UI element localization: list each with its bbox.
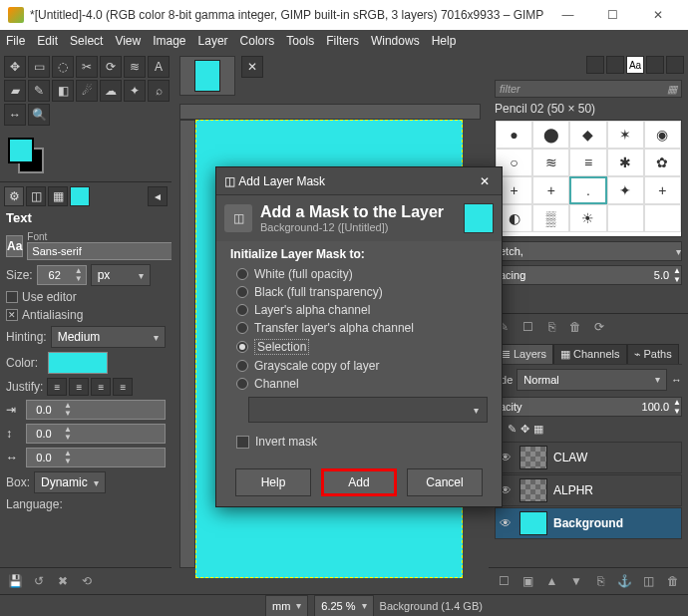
- box-select[interactable]: Dynamic▾: [34, 471, 106, 493]
- brush-dup-icon[interactable]: ⎘: [542, 318, 560, 336]
- help-button[interactable]: Help: [235, 468, 311, 496]
- fg-bg-colors[interactable]: [4, 134, 54, 173]
- tab-paths[interactable]: ⌁ Paths: [627, 344, 679, 364]
- radio-black[interactable]: Black (full transparency): [230, 283, 488, 301]
- brush-refresh-icon[interactable]: ⟳: [590, 318, 608, 336]
- layer-merge-icon[interactable]: ⚓: [615, 572, 633, 590]
- layer-row[interactable]: 👁CLAW: [495, 442, 682, 473]
- dock-tab-color[interactable]: [70, 186, 90, 206]
- brush-new-icon[interactable]: ☐: [518, 318, 536, 336]
- layer-delete-icon[interactable]: 🗑: [664, 572, 682, 590]
- tool-options-reset-icon[interactable]: ⟲: [78, 572, 96, 590]
- tab-layers[interactable]: ≣ Layers: [495, 344, 553, 364]
- brush-grid[interactable]: ●⬤◆✶◉ ○≋≡✱✿ ++.✦+ ◐▒☀: [495, 120, 682, 237]
- radio-white[interactable]: White (full opacity): [230, 265, 488, 283]
- tool-pencil[interactable]: ✎: [28, 80, 50, 102]
- indent-spinner[interactable]: ▲▼: [26, 400, 166, 420]
- menu-image[interactable]: Image: [153, 34, 185, 48]
- tool-picker[interactable]: ⌕: [148, 80, 170, 102]
- radio-transfer-alpha[interactable]: Transfer layer's alpha channel: [230, 319, 488, 337]
- menu-file[interactable]: File: [6, 34, 25, 48]
- dock-pattern-icon[interactable]: [606, 56, 624, 74]
- use-editor-checkbox[interactable]: Use editor: [0, 288, 172, 306]
- layer-row[interactable]: 👁ALPHR: [495, 474, 682, 506]
- tab-channels[interactable]: ▦ Channels: [553, 344, 626, 364]
- layer-up-icon[interactable]: ▲: [543, 572, 561, 590]
- menu-edit[interactable]: Edit: [37, 34, 58, 48]
- radio-selection[interactable]: Selection: [230, 337, 488, 357]
- ruler-horizontal[interactable]: [179, 104, 481, 120]
- stretch-slider[interactable]: etch,▾: [495, 241, 682, 261]
- tool-text[interactable]: A: [148, 56, 170, 78]
- invert-mask-checkbox[interactable]: Invert mask: [230, 431, 488, 453]
- font-preview-badge[interactable]: Aa: [6, 235, 23, 257]
- layer-dup-icon[interactable]: ⎘: [591, 572, 609, 590]
- tool-free-select[interactable]: ◌: [52, 56, 74, 78]
- tool-measure[interactable]: ↔: [4, 104, 26, 126]
- spacing-slider[interactable]: acing5.0▲▼: [495, 265, 682, 285]
- tool-options-delete-icon[interactable]: ✖: [54, 572, 72, 590]
- justify-right[interactable]: ≡: [69, 378, 89, 396]
- tool-path[interactable]: ✦: [124, 80, 146, 102]
- lock-position-icon[interactable]: ✥: [520, 423, 529, 436]
- ruler-vertical[interactable]: [179, 120, 195, 568]
- tool-crop[interactable]: ✂: [76, 56, 98, 78]
- hinting-select[interactable]: Medium▾: [51, 326, 166, 348]
- layer-new-icon[interactable]: ☐: [495, 572, 513, 590]
- channel-select[interactable]: ▾: [248, 397, 488, 423]
- antialias-checkbox[interactable]: ✕Antialiasing: [0, 306, 172, 324]
- brush-del-icon[interactable]: 🗑: [566, 318, 584, 336]
- menu-layer[interactable]: Layer: [198, 34, 228, 48]
- menu-view[interactable]: View: [115, 34, 141, 48]
- zoom-select[interactable]: 6.25 %▾: [314, 595, 373, 617]
- window-maximize-button[interactable]: ☐: [590, 0, 635, 30]
- add-button[interactable]: Add: [321, 468, 397, 496]
- radio-channel[interactable]: Channel: [230, 375, 488, 393]
- dock-tab-menu[interactable]: ◂: [148, 186, 168, 206]
- layer-row[interactable]: 👁Background: [495, 507, 682, 539]
- tool-smudge[interactable]: ☁: [100, 80, 122, 102]
- justify-left[interactable]: ≡: [47, 378, 67, 396]
- size-unit-select[interactable]: px▾: [91, 264, 151, 286]
- tool-options-restore-icon[interactable]: ↺: [30, 572, 48, 590]
- dock-brush-icon[interactable]: [586, 56, 604, 74]
- line-spacing-spinner[interactable]: ▲▼: [26, 424, 166, 444]
- dock-history-icon[interactable]: [646, 56, 664, 74]
- window-close-button[interactable]: ✕: [635, 0, 680, 30]
- text-color-swatch[interactable]: [48, 352, 108, 374]
- dock-tab-tool-options[interactable]: ⚙: [4, 186, 24, 206]
- brush-filter-input[interactable]: filter▦: [495, 80, 682, 98]
- cancel-button[interactable]: Cancel: [407, 468, 483, 496]
- lock-alpha-icon[interactable]: ▦: [533, 423, 543, 436]
- tool-rotate[interactable]: ⟳: [100, 56, 122, 78]
- unit-select[interactable]: mm▾: [265, 595, 308, 617]
- size-value[interactable]: [38, 269, 72, 281]
- dock-tab-images[interactable]: ▦: [48, 186, 68, 206]
- tool-zoom[interactable]: 🔍: [28, 104, 50, 126]
- radio-grayscale[interactable]: Grayscale copy of layer: [230, 357, 488, 375]
- justify-fill[interactable]: ≡: [113, 378, 133, 396]
- letter-spacing-spinner[interactable]: ▲▼: [26, 448, 166, 467]
- tool-move[interactable]: ✥: [4, 56, 26, 78]
- window-minimize-button[interactable]: —: [545, 0, 590, 30]
- lock-pixel-icon[interactable]: ✎: [508, 423, 516, 436]
- fg-color[interactable]: [8, 138, 34, 163]
- dock-tab-device[interactable]: ◫: [26, 186, 46, 206]
- tool-warp[interactable]: ≋: [124, 56, 146, 78]
- layer-mask-icon[interactable]: ◫: [640, 572, 658, 590]
- tool-clone[interactable]: ☄: [76, 80, 98, 102]
- menu-tools[interactable]: Tools: [286, 34, 314, 48]
- image-tab[interactable]: [179, 56, 235, 96]
- image-tab-close[interactable]: ✕: [241, 56, 263, 78]
- font-input[interactable]: [27, 242, 174, 260]
- tool-eraser[interactable]: ◧: [52, 80, 74, 102]
- radio-alpha[interactable]: Layer's alpha channel: [230, 301, 488, 319]
- dock-menu-icon[interactable]: [666, 56, 684, 74]
- menu-select[interactable]: Select: [70, 34, 103, 48]
- size-spinner[interactable]: ▲▼: [37, 265, 87, 285]
- justify-center[interactable]: ≡: [91, 378, 111, 396]
- menu-help[interactable]: Help: [432, 34, 457, 48]
- layer-group-icon[interactable]: ▣: [518, 572, 536, 590]
- blend-mode-select[interactable]: Normal▾: [516, 369, 667, 391]
- tool-options-save-icon[interactable]: 💾: [6, 572, 24, 590]
